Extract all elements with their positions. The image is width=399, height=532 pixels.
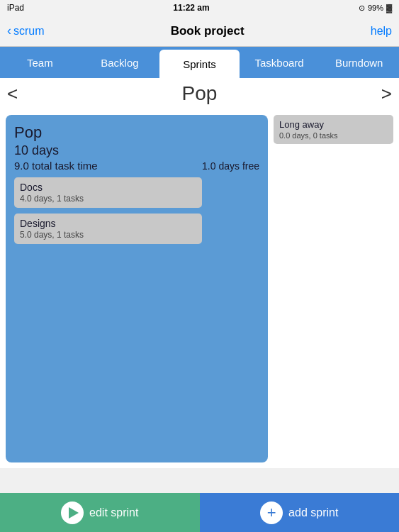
tab-bar: Team Backlog Sprints Taskboard Burndown bbox=[0, 47, 399, 78]
help-button[interactable]: help bbox=[371, 25, 392, 38]
sprint-nav-title: Pop bbox=[182, 82, 218, 105]
device-label: iPad bbox=[7, 3, 24, 13]
back-button[interactable]: ‹ scrum bbox=[7, 23, 45, 38]
story-meta-designs: 5.0 days, 1 tasks bbox=[20, 230, 196, 240]
add-sprint-label: add sprint bbox=[288, 506, 338, 519]
backlog-item-meta: 0.0 days, 0 tasks bbox=[279, 131, 388, 140]
sprint-nav: < Pop > bbox=[0, 78, 399, 109]
tab-team[interactable]: Team bbox=[0, 47, 80, 78]
edit-sprint-label: edit sprint bbox=[89, 506, 138, 519]
nav-title: Book project bbox=[171, 24, 245, 38]
chevron-left-icon: ‹ bbox=[7, 23, 11, 38]
tab-taskboard[interactable]: Taskboard bbox=[240, 47, 320, 78]
backlog-column: Long away 0.0 days, 0 tasks bbox=[274, 115, 393, 462]
location-icon: ⊙ bbox=[359, 4, 365, 13]
bottom-bar: edit sprint + add sprint bbox=[0, 493, 399, 532]
tab-sprints[interactable]: Sprints bbox=[159, 50, 240, 78]
status-right: ⊙ 99% ▓ bbox=[359, 4, 392, 13]
nav-bar: ‹ scrum Book project help bbox=[0, 16, 399, 47]
sprint-card: Pop 10 days 9.0 total task time 1.0 days… bbox=[6, 115, 268, 462]
time-label: 11:22 am bbox=[173, 3, 209, 13]
sprint-task-row: 9.0 total task time 1.0 days free bbox=[14, 160, 259, 172]
prev-sprint-button[interactable]: < bbox=[7, 83, 18, 105]
play-triangle-icon bbox=[69, 507, 79, 519]
story-card-docs[interactable]: Docs 4.0 days, 1 tasks bbox=[14, 177, 202, 208]
story-meta-docs: 4.0 days, 1 tasks bbox=[20, 194, 196, 204]
story-name-docs: Docs bbox=[20, 182, 196, 193]
tab-burndown[interactable]: Burndown bbox=[319, 47, 399, 78]
story-name-designs: Designs bbox=[20, 218, 196, 229]
battery-icon: ▓ bbox=[386, 4, 392, 12]
app-container: iPad 11:22 am ⊙ 99% ▓ ‹ scrum Book proje… bbox=[0, 0, 399, 532]
content-area: Pop 10 days 9.0 total task time 1.0 days… bbox=[0, 109, 399, 468]
back-label: scrum bbox=[13, 25, 45, 38]
tab-backlog[interactable]: Backlog bbox=[80, 47, 160, 78]
plus-icon: + bbox=[260, 501, 283, 524]
edit-sprint-button[interactable]: edit sprint bbox=[0, 493, 200, 532]
play-icon bbox=[61, 501, 84, 524]
main-content: Pop 10 days 9.0 total task time 1.0 days… bbox=[0, 109, 399, 532]
battery-label: 99% bbox=[368, 4, 383, 12]
add-sprint-button[interactable]: + add sprint bbox=[200, 493, 400, 532]
backlog-item-name: Long away bbox=[279, 119, 388, 130]
sprint-days: 10 days bbox=[14, 143, 259, 158]
backlog-item-long-away[interactable]: Long away 0.0 days, 0 tasks bbox=[274, 115, 393, 144]
status-bar: iPad 11:22 am ⊙ 99% ▓ bbox=[0, 0, 399, 16]
story-card-designs[interactable]: Designs 5.0 days, 1 tasks bbox=[14, 214, 202, 244]
sprint-task-total: 9.0 total task time bbox=[14, 160, 98, 172]
next-sprint-button[interactable]: > bbox=[381, 83, 392, 105]
sprint-days-free: 1.0 days free bbox=[202, 160, 259, 172]
sprint-name: Pop bbox=[14, 123, 259, 142]
